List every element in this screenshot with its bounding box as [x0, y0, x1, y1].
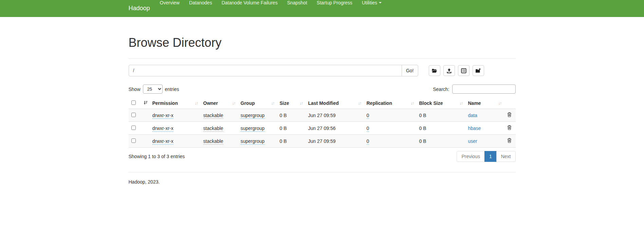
column-header-permission[interactable]: Permission↓↑ — [150, 98, 201, 109]
directory-path-input[interactable] — [129, 65, 402, 76]
sort-icon: ↓↑ — [460, 100, 463, 106]
column-label: Block Size — [419, 100, 443, 106]
column-header-replication[interactable]: Replication↓↑ — [364, 98, 417, 109]
column-header-block-size[interactable]: Block Size↓↑ — [417, 98, 465, 109]
select-all-checkbox[interactable] — [131, 100, 136, 105]
folder-upload-button[interactable] — [473, 65, 484, 76]
table-info: Showing 1 to 3 of 3 entries — [129, 154, 185, 159]
delete-button[interactable] — [507, 125, 512, 131]
top-navbar: Hadoop Overview Datanodes Datanode Volum… — [0, 0, 644, 17]
chevron-down-icon — [379, 2, 382, 3]
column-label: Size — [280, 100, 289, 106]
group-value[interactable]: supergroup — [241, 126, 265, 132]
owner-value[interactable]: stackable — [203, 138, 223, 145]
sort-icon: ↓↑ — [498, 100, 501, 106]
go-button[interactable]: Go! — [402, 65, 418, 76]
pagination: Previous 1 Next — [457, 151, 515, 162]
divider — [129, 58, 516, 59]
group-value[interactable]: supergroup — [241, 138, 265, 145]
permission-value[interactable]: drwxr-xr-x — [152, 126, 173, 132]
trash-icon — [507, 138, 512, 144]
show-label: Show — [129, 87, 141, 92]
nav-item-datanode-volume-failures[interactable]: Datanode Volume Failures — [217, 0, 282, 5]
replication-value[interactable]: 0 — [367, 126, 369, 132]
column-header-owner[interactable]: Owner↓↑ — [201, 98, 238, 109]
name-link[interactable]: data — [468, 113, 477, 118]
page-1-button[interactable]: 1 — [484, 151, 497, 162]
sort-asc-icon — [143, 100, 148, 106]
block-size-value: 0 B — [417, 109, 465, 122]
path-bar: Go! — [129, 65, 516, 76]
delete-button[interactable] — [507, 138, 512, 144]
group-value[interactable]: supergroup — [241, 113, 265, 119]
sort-icon: ↓↑ — [300, 100, 303, 106]
table-row: drwxr-xr-x stackable supergroup 0 B Jun … — [129, 122, 516, 135]
column-label: Group — [241, 100, 255, 106]
column-label: Name — [468, 100, 481, 106]
block-size-value: 0 B — [417, 122, 465, 135]
previous-page-button[interactable]: Previous — [457, 151, 484, 162]
column-header-group[interactable]: Group↓↑ — [238, 98, 277, 109]
block-size-value: 0 B — [417, 135, 465, 148]
table-controls: Show 25 entries Search: — [129, 84, 516, 94]
name-link[interactable]: hbase — [468, 126, 481, 131]
search-label: Search: — [433, 87, 449, 92]
last-modified-value: Jun 27 09:56 — [306, 122, 364, 135]
size-value: 0 B — [277, 122, 306, 135]
column-label: Permission — [152, 100, 178, 106]
trash-icon — [507, 125, 512, 131]
upload-icon — [446, 68, 452, 73]
nav-item-utilities[interactable]: Utilities — [357, 0, 386, 5]
next-page-button[interactable]: Next — [496, 151, 516, 162]
nav-item-overview[interactable]: Overview — [155, 0, 184, 5]
table-row: drwxr-xr-x stackable supergroup 0 B Jun … — [129, 109, 516, 122]
select-all-header[interactable] — [129, 98, 150, 109]
upload-files-button[interactable] — [443, 65, 455, 76]
row-checkbox[interactable] — [131, 138, 136, 143]
folder-open-icon — [431, 68, 437, 73]
table-footer: Showing 1 to 3 of 3 entries Previous 1 N… — [129, 151, 516, 162]
create-directory-button[interactable] — [429, 65, 440, 76]
main-content: Browse Directory Go! — [124, 36, 521, 185]
nav-item-startup-progress[interactable]: Startup Progress — [312, 0, 357, 5]
sort-icon: ↓↑ — [195, 100, 198, 106]
column-header-actions — [504, 98, 516, 109]
trash-icon — [507, 112, 512, 118]
nav-item-datanodes[interactable]: Datanodes — [184, 0, 217, 5]
permission-value[interactable]: drwxr-xr-x — [152, 113, 173, 119]
page-title: Browse Directory — [129, 36, 516, 50]
replication-value[interactable]: 0 — [367, 113, 369, 119]
list-alt-button[interactable] — [458, 65, 470, 76]
row-checkbox[interactable] — [131, 113, 136, 117]
explorer-actions — [426, 65, 484, 76]
folder-upload-icon — [475, 68, 481, 73]
replication-value[interactable]: 0 — [367, 138, 369, 145]
sort-icon: ↓↑ — [411, 100, 414, 106]
page-size-select[interactable]: 25 — [143, 84, 163, 94]
sort-icon: ↓↑ — [271, 100, 274, 106]
column-label: Owner — [203, 100, 218, 106]
column-header-last-modified[interactable]: Last Modified↓↑ — [306, 98, 364, 109]
row-checkbox[interactable] — [131, 126, 136, 130]
directory-table: Permission↓↑ Owner↓↑ Group↓↑ Size↓↑ Last… — [129, 98, 516, 148]
sort-icon: ↓↑ — [358, 100, 361, 106]
owner-value[interactable]: stackable — [203, 126, 223, 132]
column-header-size[interactable]: Size↓↑ — [277, 98, 306, 109]
nav-item-utilities-label: Utilities — [362, 0, 377, 5]
size-value: 0 B — [277, 135, 306, 148]
brand-hadoop[interactable]: Hadoop — [129, 0, 155, 17]
list-alt-icon — [461, 68, 466, 73]
column-label: Replication — [367, 100, 392, 106]
footer-text: Hadoop, 2023. — [129, 179, 516, 185]
last-modified-value: Jun 27 09:59 — [306, 109, 364, 122]
nav-item-snapshot[interactable]: Snapshot — [282, 0, 312, 5]
owner-value[interactable]: stackable — [203, 113, 223, 119]
name-link[interactable]: user — [468, 138, 477, 144]
divider — [129, 172, 516, 172]
sort-icon: ↓↑ — [232, 100, 235, 106]
last-modified-value: Jun 27 09:59 — [306, 135, 364, 148]
search-input[interactable] — [452, 84, 516, 94]
delete-button[interactable] — [507, 112, 512, 118]
column-header-name[interactable]: Name↓↑ — [465, 98, 504, 109]
permission-value[interactable]: drwxr-xr-x — [152, 138, 173, 145]
